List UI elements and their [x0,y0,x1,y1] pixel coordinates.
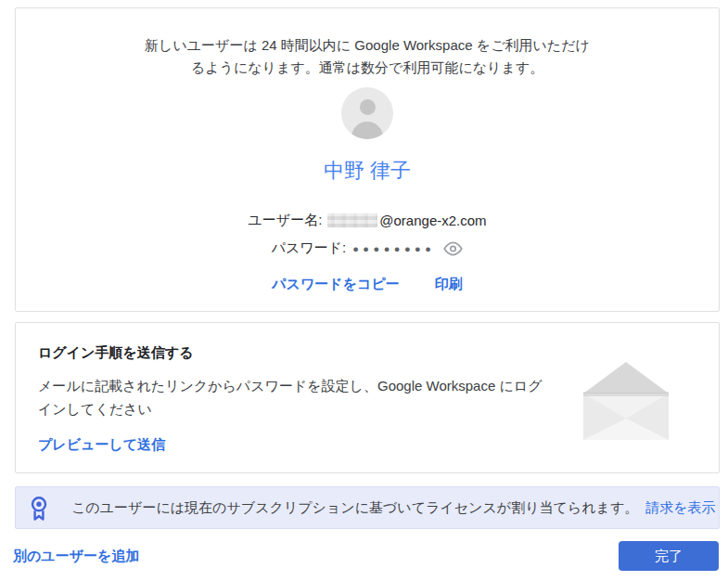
avatar [341,87,393,139]
open-envelope-icon [582,361,670,441]
license-banner: このユーザーには現在のサブスクリプションに基づいてライセンスが割り当てられます。… [15,486,720,529]
done-button[interactable]: 完了 [619,541,719,571]
copy-password-link[interactable]: パスワードをコピー [272,276,399,293]
avatar-person-icon [360,99,376,115]
add-another-user-link[interactable]: 別のユーザーを追加 [13,548,139,565]
show-password-eye-icon[interactable] [443,241,463,256]
password-label: パスワード: [272,239,347,257]
print-link[interactable]: 印刷 [435,276,463,293]
username-row: ユーザー名: @orange-x2.com [16,212,719,229]
username-label: ユーザー名: [248,212,322,229]
view-billing-link[interactable]: 請求を表示 [645,499,715,517]
send-instructions-title: ログイン手順を送信する [38,344,696,362]
username-domain: @orange-x2.com [379,213,486,228]
send-instructions-card: ログイン手順を送信する メールに記載されたリンクからパスワードを設定し、Goog… [15,322,720,473]
add-user-confirmation-page: { "colors": { "link_blue": "#2f6fe0", "u… [0,0,728,581]
preview-and-send-link[interactable]: プレビューして送信 [38,436,165,454]
license-badge-icon [31,496,47,521]
password-action-links: パスワードをコピー 印刷 [16,276,719,293]
send-instructions-body: メールに記載されたリンクからパスワードを設定し、Google Workspace… [38,374,550,420]
provisioning-notice: 新しいユーザーは 24 時間以内に Google Workspace をご利用い… [139,34,595,79]
license-banner-message: このユーザーには現在のサブスクリプションに基づいてライセンスが割り当てられます。 [71,499,638,517]
password-row: パスワード: ●●●●●●●● [16,239,719,257]
new-user-summary-card: 新しいユーザーは 24 時間以内に Google Workspace をご利用い… [15,7,720,312]
masked-password: ●●●●●●●● [352,240,435,256]
avatar-person-icon-torso [351,122,383,139]
redacted-username [327,213,377,227]
new-user-name: 中野 律子 [16,157,719,185]
